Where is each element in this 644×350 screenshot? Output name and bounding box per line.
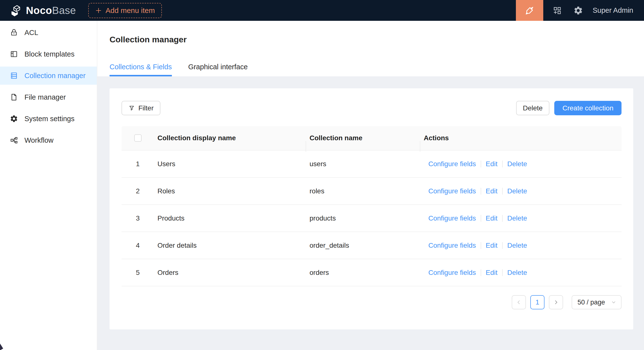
sidebar-item-workflow[interactable]: Workflow	[0, 131, 97, 149]
pagination: 1 50 / page	[122, 295, 622, 309]
edit-link[interactable]: Edit	[486, 269, 498, 277]
plugins-button[interactable]	[550, 0, 564, 21]
delete-link[interactable]: Delete	[507, 160, 527, 168]
delete-link[interactable]: Delete	[507, 242, 527, 249]
topbar: NocoBase Add menu item	[0, 0, 644, 21]
page-size-select[interactable]: 50 / page	[572, 295, 622, 309]
plus-icon	[95, 7, 102, 14]
tab-collections-and-fields[interactable]: Collections & Fields	[110, 63, 172, 76]
tab-graphical-interface[interactable]: Graphical interface	[188, 63, 248, 76]
sidebar-item-file-manager[interactable]: File manager	[0, 88, 97, 106]
delete-link[interactable]: Delete	[507, 269, 527, 277]
brand-name-bold: Noco	[26, 5, 52, 16]
sidebar-item-acl[interactable]: ACL	[0, 24, 97, 42]
select-all-checkbox[interactable]	[134, 134, 142, 142]
gear-icon	[10, 115, 18, 123]
configure-fields-link[interactable]: Configure fields	[428, 214, 476, 222]
pagination-page-1[interactable]: 1	[530, 295, 544, 309]
nocobase-logo[interactable]: NocoBase	[9, 4, 76, 17]
filter-button-label: Filter	[138, 104, 154, 112]
sidebar-item-collection-manager[interactable]: Collection manager	[0, 67, 97, 85]
highlighter-icon	[524, 6, 535, 16]
configure-fields-link[interactable]: Configure fields	[428, 242, 476, 249]
edit-link[interactable]: Edit	[486, 187, 498, 195]
add-menu-item-button[interactable]: Add menu item	[88, 3, 162, 18]
tab-label: Graphical interface	[188, 63, 248, 71]
sidebar-item-label: Workflow	[24, 136, 54, 144]
column-header-collection-name: Collection name	[306, 134, 420, 142]
cube-logo-icon	[9, 4, 22, 17]
sidebar-item-block-templates[interactable]: Block templates	[0, 45, 97, 63]
sidebar-item-label: Collection manager	[24, 72, 86, 80]
sidebar-item-label: ACL	[24, 29, 38, 37]
brand-name-light: Base	[52, 5, 76, 16]
layout-icon	[10, 50, 18, 58]
cell-collection-name: roles	[306, 187, 420, 195]
collections-table: Collection display name Collection name …	[122, 126, 622, 286]
ui-editor-button[interactable]	[516, 0, 543, 21]
cell-collection-name: products	[306, 214, 420, 222]
settings-button[interactable]	[571, 0, 585, 21]
cell-actions: Configure fieldsEditDelete	[420, 187, 622, 195]
tabs: Collections & Fields Graphical interface	[110, 63, 644, 76]
delete-button-label: Delete	[523, 104, 543, 112]
table-row: 5 Orders orders Configure fieldsEditDele…	[122, 259, 622, 286]
row-index: 1	[122, 160, 154, 168]
row-index: 5	[122, 269, 154, 277]
cell-display-name: Products	[154, 214, 306, 222]
delete-link[interactable]: Delete	[507, 187, 527, 195]
tab-label: Collections & Fields	[110, 63, 172, 71]
cell-collection-name: order_details	[306, 242, 420, 249]
database-icon	[10, 72, 18, 80]
delete-button[interactable]: Delete	[516, 101, 550, 115]
cell-actions: Configure fieldsEditDelete	[420, 160, 622, 168]
table-row: 1 Users users Configure fieldsEditDelete	[122, 151, 622, 178]
configure-fields-link[interactable]: Configure fields	[428, 269, 476, 277]
toolbar: Filter Delete Create collection	[122, 101, 622, 115]
cell-display-name: Roles	[154, 187, 306, 195]
table-row: 4 Order details order_details Configure …	[122, 232, 622, 259]
table-row: 3 Products products Configure fieldsEdit…	[122, 205, 622, 232]
cell-actions: Configure fieldsEditDelete	[420, 214, 622, 222]
header-select-cell	[122, 134, 154, 142]
lock-icon	[10, 28, 18, 37]
configure-fields-link[interactable]: Configure fields	[428, 187, 476, 195]
pagination-next-button[interactable]	[549, 295, 563, 309]
edit-link[interactable]: Edit	[486, 214, 498, 222]
row-index: 4	[122, 242, 154, 249]
filter-icon	[128, 105, 135, 111]
edit-link[interactable]: Edit	[486, 160, 498, 168]
current-page-number: 1	[536, 298, 539, 306]
configure-fields-link[interactable]: Configure fields	[428, 160, 476, 168]
cell-display-name: Users	[154, 160, 306, 168]
table-header-row: Collection display name Collection name …	[122, 126, 622, 151]
filter-button[interactable]: Filter	[122, 101, 160, 115]
row-index: 2	[122, 187, 154, 195]
gear-icon	[573, 6, 583, 16]
edit-link[interactable]: Edit	[486, 242, 498, 249]
page-header: Collection manager Collections & Fields …	[97, 21, 644, 76]
chevron-left-icon	[516, 299, 522, 305]
cell-display-name: Orders	[154, 269, 306, 277]
cell-actions: Configure fieldsEditDelete	[420, 269, 622, 277]
collections-card: Filter Delete Create collection	[110, 88, 633, 329]
sidebar-item-label: Block templates	[24, 50, 74, 58]
add-menu-item-label: Add menu item	[106, 6, 155, 15]
create-collection-button[interactable]: Create collection	[554, 101, 622, 115]
row-index: 3	[122, 214, 154, 222]
user-menu[interactable]: Super Admin	[593, 6, 633, 15]
table-row: 2 Roles roles Configure fieldsEditDelete	[122, 178, 622, 205]
create-collection-label: Create collection	[562, 104, 614, 112]
pagination-prev-button[interactable]	[512, 295, 526, 309]
workflow-icon	[10, 136, 18, 144]
topbar-right: Super Admin	[516, 0, 644, 21]
page-size-value: 50 / page	[578, 299, 605, 306]
mouse-cursor-artifact	[0, 342, 8, 350]
delete-link[interactable]: Delete	[507, 214, 527, 222]
sidebar-item-label: System settings	[24, 115, 74, 123]
sidebar-item-system-settings[interactable]: System settings	[0, 110, 97, 128]
column-header-display-name: Collection display name	[154, 134, 306, 142]
cell-collection-name: users	[306, 160, 420, 168]
chevron-down-icon	[611, 299, 616, 305]
sidebar: ACL Block templates Collection manager	[0, 21, 97, 350]
